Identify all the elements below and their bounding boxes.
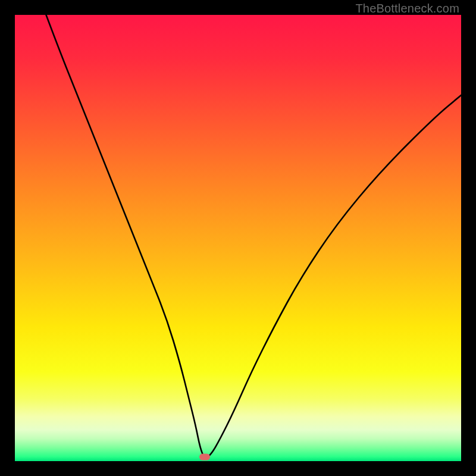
optimal-marker [199,453,210,460]
watermark-text: TheBottleneck.com [355,2,459,15]
plot-area [15,15,461,461]
bottleneck-curve [15,15,461,461]
chart-frame: TheBottleneck.com [0,0,476,476]
